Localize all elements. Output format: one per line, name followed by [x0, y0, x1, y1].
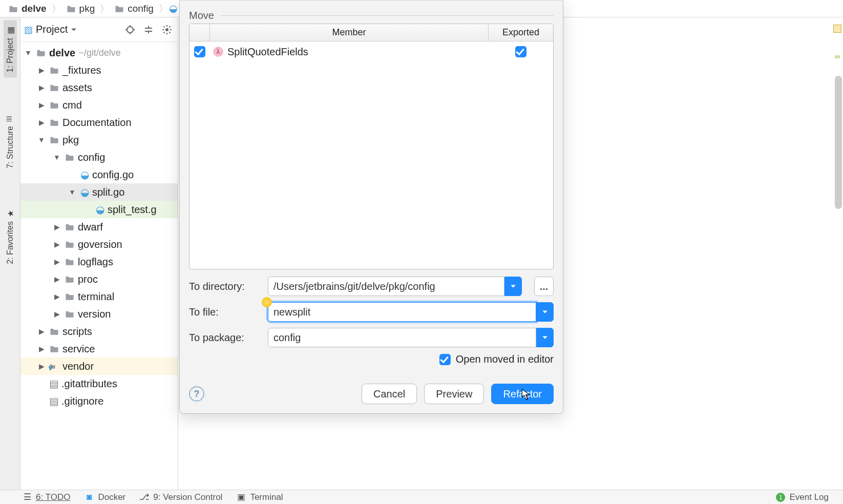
tool-window-bar-left: 1: Project ▦ 7: Structure ≣ 2: Favorites… — [0, 17, 20, 490]
open-moved-checkbox[interactable] — [439, 354, 451, 365]
dots-label: ... — [540, 281, 549, 292]
to-package-field[interactable]: config — [268, 328, 554, 347]
expand-arrow[interactable]: ▶ — [37, 327, 46, 335]
expand-arrow[interactable]: ▶ — [37, 101, 46, 109]
breadcrumb-item[interactable]: config — [110, 2, 158, 15]
row-include-checkbox[interactable] — [194, 46, 205, 57]
expand-arrow[interactable]: ▶ — [37, 345, 46, 353]
refactor-button[interactable]: Refactor — [491, 384, 554, 404]
tree-item[interactable]: ▼◒split.go — [20, 183, 178, 201]
tree-item[interactable]: ◒config.go — [20, 166, 178, 183]
expand-arrow[interactable]: ▼ — [24, 49, 33, 57]
expand-arrow[interactable]: ▼ — [52, 153, 61, 161]
tab-todo[interactable]: ☰ 6: TODO — [23, 492, 70, 502]
expand-arrow[interactable]: ▶ — [52, 292, 61, 301]
row-exported-checkbox[interactable] — [515, 46, 526, 57]
tab-version-control[interactable]: ⎇ 9: Version Control — [140, 492, 222, 502]
tab-terminal[interactable]: ▣ Terminal — [237, 492, 283, 502]
tab-label: 9: Version Control — [153, 492, 222, 502]
folder-icon — [66, 4, 76, 13]
field-value[interactable]: config — [268, 328, 536, 347]
expand-arrow[interactable]: ▶ — [37, 83, 46, 92]
member-name: SplitQuotedFields — [227, 46, 308, 58]
tree-item[interactable]: ▶Documentation — [20, 114, 178, 131]
breadcrumb-label: pkg — [79, 3, 95, 14]
tree-item[interactable]: ▶assets — [20, 79, 178, 96]
cancel-button[interactable]: Cancel — [362, 384, 417, 404]
to-directory-field[interactable]: /Users/jetbrains/git/delve/pkg/config — [268, 277, 522, 296]
folder-icon — [65, 309, 75, 319]
gutter-mark[interactable] — [835, 55, 840, 58]
tree-item-label: scripts — [62, 326, 92, 338]
field-value[interactable]: /Users/jetbrains/git/delve/pkg/config — [268, 277, 504, 296]
tree-item[interactable]: ▶cmd — [20, 96, 178, 114]
expand-arrow[interactable]: ▼ — [37, 136, 46, 144]
browse-button[interactable]: ... — [534, 277, 554, 296]
tree-item[interactable]: ▼config — [20, 149, 178, 166]
tree-item-label: .gitignore — [61, 395, 103, 407]
expand-arrow[interactable]: ▶ — [37, 66, 46, 74]
tree-item[interactable]: ▶goversion — [20, 236, 178, 253]
tree-item[interactable]: ▼pkg — [20, 131, 178, 149]
tree-item[interactable]: ▶scripts — [20, 323, 178, 340]
expand-arrow[interactable]: ▶ — [37, 118, 46, 127]
tab-favorites[interactable]: 2: Favorites ★ — [4, 204, 17, 269]
breadcrumb-item[interactable]: pkg — [62, 2, 99, 15]
tree-item[interactable]: ▶dwarf — [20, 218, 178, 236]
tree-item-label: .gitattributes — [61, 378, 117, 390]
dropdown-button[interactable] — [504, 277, 522, 296]
go-test-file-icon: ◒ — [95, 205, 104, 214]
project-label[interactable]: Project — [36, 24, 77, 35]
tab-project[interactable]: 1: Project ▦ — [4, 20, 17, 78]
tree-item[interactable]: ◒split_test.g — [20, 201, 178, 218]
gear-icon[interactable] — [159, 22, 175, 37]
go-file-icon: ◒ — [80, 187, 89, 197]
project-tree[interactable]: ▼ delve ~/git/delve ▶_fixtures▶assets▶cm… — [20, 42, 178, 490]
tab-structure[interactable]: 7: Structure ≣ — [4, 109, 17, 174]
breadcrumb-item[interactable]: delve — [4, 2, 51, 15]
expand-arrow[interactable]: ▶ — [37, 362, 46, 370]
tree-item[interactable]: ▶version — [20, 305, 178, 323]
svg-point-0 — [127, 27, 133, 33]
tree-item[interactable]: ▶Vvendor — [20, 358, 178, 375]
to-file-row: To file: — [189, 302, 554, 322]
to-file-input[interactable] — [268, 302, 536, 322]
status-bar: ☰ 6: TODO ◙ Docker ⎇ 9: Version Control … — [0, 490, 843, 504]
tree-item[interactable]: ▤.gitattributes — [20, 375, 178, 392]
tree-item[interactable]: ▶logflags — [20, 253, 178, 270]
tree-item[interactable]: ▤.gitignore — [20, 392, 178, 410]
expand-arrow[interactable]: ▼ — [68, 188, 77, 196]
tree-item[interactable]: ▶service — [20, 340, 178, 358]
tree-item-label: config.go — [92, 169, 134, 181]
help-button[interactable]: ? — [189, 386, 204, 402]
tree-item[interactable]: ▶proc — [20, 270, 178, 288]
tab-label: Terminal — [250, 492, 283, 502]
tree-item-label: config — [78, 152, 105, 163]
tree-item[interactable]: ▶terminal — [20, 288, 178, 305]
button-label: Cancel — [373, 388, 405, 400]
col-checkbox — [189, 24, 210, 41]
expand-arrow[interactable]: ▶ — [52, 310, 61, 318]
expand-arrow[interactable]: ▶ — [52, 240, 61, 248]
to-file-field[interactable] — [268, 302, 554, 322]
tree-root[interactable]: ▼ delve ~/git/delve — [20, 44, 178, 61]
expand-arrow[interactable]: ▶ — [52, 258, 61, 266]
inspection-indicator[interactable] — [833, 25, 841, 33]
tree-item[interactable]: ▶_fixtures — [20, 61, 178, 79]
folder-icon — [65, 153, 75, 162]
to-package-row: To package: config — [189, 328, 554, 347]
dropdown-button[interactable] — [536, 302, 554, 322]
collapse-icon[interactable] — [141, 22, 156, 37]
intention-bulb-icon[interactable] — [262, 297, 272, 307]
field-label: To package: — [189, 332, 261, 344]
event-log[interactable]: 1 Event Log — [776, 492, 829, 502]
scrollbar-thumb[interactable] — [835, 76, 842, 209]
expand-arrow[interactable]: ▶ — [52, 223, 61, 231]
tab-docker[interactable]: ◙ Docker — [85, 492, 125, 502]
dropdown-button[interactable] — [536, 328, 554, 347]
preview-button[interactable]: Preview — [424, 384, 484, 404]
expand-arrow[interactable]: ▶ — [52, 275, 61, 283]
tab-label: 1: Project — [6, 38, 15, 73]
locate-icon[interactable] — [122, 22, 138, 37]
table-row[interactable]: λ SplitQuotedFields — [189, 41, 553, 62]
